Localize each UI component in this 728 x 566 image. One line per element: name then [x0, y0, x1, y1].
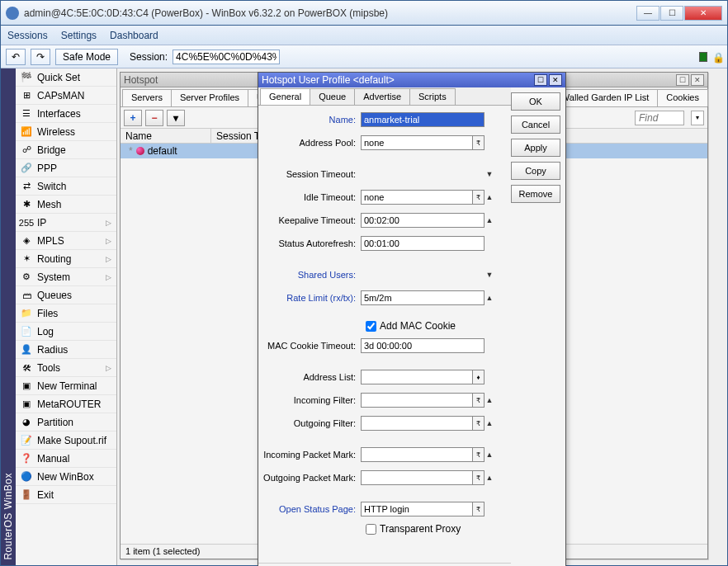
sidebar-item-wireless[interactable]: 📶Wireless — [16, 123, 116, 141]
idle-timeout-input[interactable] — [361, 190, 473, 205]
sidebar-item-exit[interactable]: 🚪Exit — [16, 486, 116, 504]
address-pool-input[interactable] — [361, 135, 473, 150]
rate-limit-input[interactable] — [361, 290, 485, 305]
sidebar-item-radius[interactable]: 👤Radius — [16, 341, 116, 359]
ok-button[interactable]: OK — [511, 92, 560, 111]
hotspot-restore-button[interactable]: ☐ — [676, 74, 689, 86]
sidebar-item-mpls[interactable]: ◈MPLS▷ — [16, 232, 116, 250]
in-packet-mark-collapse[interactable]: ▲ — [485, 450, 494, 459]
out-filter-input[interactable] — [361, 416, 473, 431]
app-window: admin@4C:5E:0C:0D:43:C4 (PowerBox) - Win… — [0, 0, 728, 566]
find-type-dropdown[interactable]: ▾ — [691, 111, 704, 125]
lbl-in-filter: Incoming Filter: — [262, 395, 361, 405]
tab-scripts[interactable]: Scripts — [409, 88, 456, 105]
sidebar-item-make-supout.rif[interactable]: 📝Make Supout.rif — [16, 432, 116, 450]
sidebar-item-system[interactable]: ⚙System▷ — [16, 268, 116, 286]
sidebar-item-switch[interactable]: ⇄Switch — [16, 177, 116, 196]
sidebar-item-files[interactable]: 📁Files — [16, 304, 116, 323]
find-input[interactable] — [635, 111, 684, 125]
sidebar-item-partition[interactable]: ◕Partition — [16, 413, 116, 432]
idle-timeout-collapse[interactable]: ▲ — [485, 193, 494, 201]
name-input[interactable] — [361, 112, 485, 127]
close-button[interactable]: ✕ — [684, 6, 722, 21]
nav-icon: 🛠 — [21, 362, 32, 374]
sidebar-item-quick-set[interactable]: 🏁Quick Set — [16, 68, 116, 87]
keepalive-input[interactable] — [361, 213, 485, 228]
sidebar-item-ip[interactable]: 255IP▷ — [16, 214, 116, 232]
menu-settings[interactable]: Settings — [61, 30, 97, 41]
sidebar-item-metarouter[interactable]: ▣MetaROUTER — [16, 395, 116, 413]
mac-cookie-input[interactable] — [361, 338, 485, 353]
copy-button[interactable]: Copy — [511, 162, 560, 180]
sidebar-item-new-winbox[interactable]: 🔵New WinBox — [16, 468, 116, 486]
tab-server-profiles[interactable]: Server Profiles — [171, 89, 248, 106]
remove-button[interactable]: − — [145, 110, 163, 126]
profile-restore-button[interactable]: ☐ — [534, 74, 547, 86]
tab-advertise[interactable]: Advertise — [354, 88, 410, 105]
tab-cookies[interactable]: Cookies — [657, 89, 708, 106]
session-input[interactable] — [173, 50, 280, 64]
open-status-dropdown[interactable]: ₹ — [473, 502, 485, 516]
cancel-button[interactable]: Cancel — [511, 116, 560, 134]
sidebar-item-routing[interactable]: ✶Routing▷ — [16, 250, 116, 268]
out-filter-dropdown[interactable]: ₹ — [473, 416, 485, 431]
tab-queue[interactable]: Queue — [310, 88, 355, 105]
sidebar-item-interfaces[interactable]: ☰Interfaces — [16, 105, 116, 123]
in-packet-mark-input[interactable] — [361, 447, 473, 462]
titlebar[interactable]: admin@4C:5E:0C:0D:43:C4 (PowerBox) - Win… — [1, 1, 727, 26]
out-filter-collapse[interactable]: ▲ — [485, 419, 494, 427]
in-filter-dropdown[interactable]: ₹ — [473, 393, 485, 408]
sidebar-item-log[interactable]: 📄Log — [16, 323, 116, 341]
idle-timeout-dropdown[interactable]: ₹ — [473, 190, 485, 205]
redo-button[interactable]: ↷ — [31, 49, 50, 65]
address-list-input[interactable] — [361, 370, 473, 384]
sidebar-item-manual[interactable]: ❓Manual — [16, 450, 116, 468]
out-packet-mark-input[interactable] — [361, 470, 473, 485]
nav-icon: ◕ — [21, 417, 32, 428]
autorefresh-input[interactable] — [361, 236, 485, 251]
nav-icon: 👤 — [21, 344, 32, 356]
sidebar-item-tools[interactable]: 🛠Tools▷ — [16, 359, 116, 377]
add-button[interactable]: + — [124, 110, 142, 126]
in-packet-mark-dropdown[interactable]: ₹ — [473, 447, 485, 462]
tab-servers[interactable]: Servers — [122, 89, 172, 106]
hotspot-close-button[interactable]: ✕ — [691, 74, 704, 86]
sidebar-item-capsman[interactable]: ⊞CAPsMAN — [16, 87, 116, 105]
menu-sessions[interactable]: Sessions — [7, 30, 48, 41]
rate-limit-collapse[interactable]: ▲ — [485, 294, 494, 302]
menu-dashboard[interactable]: Dashboard — [110, 30, 158, 41]
shared-users-expand[interactable]: ▼ — [485, 271, 494, 279]
safe-mode-button[interactable]: Safe Mode — [55, 49, 118, 65]
out-packet-mark-dropdown[interactable]: ₹ — [473, 470, 485, 485]
sidebar-item-ppp[interactable]: 🔗PPP — [16, 159, 116, 177]
nav-icon: ⇄ — [21, 181, 32, 192]
keepalive-collapse[interactable]: ▲ — [485, 216, 494, 224]
session-timeout-expand[interactable]: ▼ — [485, 170, 494, 178]
add-mac-checkbox[interactable] — [366, 321, 376, 332]
open-status-input[interactable] — [361, 502, 473, 516]
apply-button[interactable]: Apply — [511, 139, 560, 157]
col-name[interactable]: Name — [121, 129, 211, 143]
remove-side-button[interactable]: Remove — [511, 185, 560, 203]
nav-icon: ⊞ — [21, 90, 32, 101]
undo-button[interactable]: ↶ — [6, 49, 26, 65]
address-pool-dropdown[interactable]: ₹ — [473, 135, 485, 150]
transparent-proxy-checkbox[interactable] — [366, 524, 376, 535]
sidebar-item-mesh[interactable]: ✱Mesh — [16, 196, 116, 214]
profile-titlebar[interactable]: Hotspot User Profile <default> ☐ ✕ — [258, 73, 565, 87]
out-packet-mark-collapse[interactable]: ▲ — [485, 474, 494, 482]
nav-label: Routing — [37, 253, 71, 265]
tab-walled-garden-ip[interactable]: Walled Garden IP List — [552, 89, 658, 106]
sidebar-item-new-terminal[interactable]: ▣New Terminal — [16, 377, 116, 395]
maximize-button[interactable]: ☐ — [660, 6, 683, 21]
sidebar-item-bridge[interactable]: ☍Bridge — [16, 141, 116, 159]
in-filter-collapse[interactable]: ▲ — [485, 396, 494, 404]
tab-general[interactable]: General — [260, 88, 310, 105]
minimize-button[interactable]: — — [636, 6, 659, 21]
in-filter-input[interactable] — [361, 393, 473, 408]
profile-close-button[interactable]: ✕ — [549, 74, 562, 86]
profile-dialog: Hotspot User Profile <default> ☐ ✕ Gener… — [258, 72, 566, 566]
address-list-dropdown[interactable]: ♦ — [473, 370, 485, 384]
sidebar-item-queues[interactable]: 🗃Queues — [16, 286, 116, 304]
filter-button[interactable]: ▾ — [167, 110, 185, 126]
